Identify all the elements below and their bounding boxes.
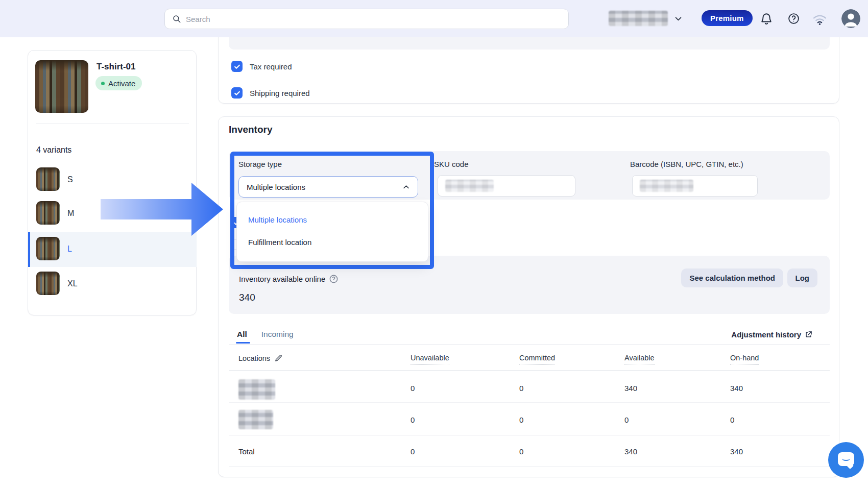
storage-type-dropdown: Multiple locations Fulfillment location [236,202,428,262]
location-name-redacted [238,379,275,400]
barcode-input[interactable] [632,175,758,197]
sidebar-divider [36,124,189,124]
col-header-onhand[interactable]: On-hand [730,354,759,362]
shipping-card: Tax required Shipping required [218,27,839,104]
col-header-committed[interactable]: Committed [519,354,555,362]
product-sidebar: T-shirt-01 Activate 4 variants S M L XL [28,50,197,315]
help-icon[interactable] [787,12,800,25]
search-input[interactable] [186,15,561,23]
col-header-available[interactable]: Available [624,354,655,362]
status-badge: Activate [95,76,142,90]
search-icon [172,14,181,23]
available-online-value: 340 [239,292,255,303]
total-row-divider [229,435,830,435]
location-name-redacted [238,410,273,429]
variants-count: 4 variants [36,145,71,155]
product-image [35,60,88,113]
wifi-icon [813,14,827,26]
col-header-locations: Locations [238,354,283,362]
store-name-redacted[interactable] [609,11,668,26]
available-online-label: Inventory available online [239,275,325,283]
inventory-tabs: All Incoming [237,330,294,344]
sku-value-redacted [445,180,494,192]
variant-thumbnail [36,167,60,191]
chat-button[interactable] [828,442,864,478]
tax-required-row: Tax required [231,61,292,72]
variant-thumbnail [36,201,60,225]
row-divider [229,402,830,403]
screen: Tax required Shipping required Inventory… [0,0,868,489]
sku-label: SKU code [434,160,469,168]
see-calculation-method-button[interactable]: See calculation method [681,268,783,287]
total-label: Total [238,447,255,456]
chat-bubble-smile-icon [838,452,854,466]
help-circle-icon[interactable] [329,274,339,284]
tabs-divider [229,344,830,345]
variant-thumbnail [36,272,60,295]
edit-pencil-icon[interactable] [274,354,283,362]
product-name: T-shirt-01 [97,62,136,72]
tab-incoming[interactable]: Incoming [261,330,294,344]
inventory-card: Inventory Storage type SKU code Barcode … [218,116,839,477]
available-online-panel: Inventory available online 340 See calcu… [229,256,830,314]
status-dot [101,82,105,85]
search-bar [164,9,569,29]
shipping-required-label: Shipping required [250,89,310,97]
external-link-icon [805,331,812,338]
storage-type-selected-value: Multiple locations [247,183,305,191]
storage-type-select[interactable]: Multiple locations [238,176,418,198]
tab-all[interactable]: All [237,330,247,344]
chevron-up-icon [402,183,410,191]
barcode-label: Barcode (ISBN, UPC, GTIN, etc.) [630,160,743,168]
shipping-required-row: Shipping required [231,87,310,99]
variant-row-m[interactable]: M [29,198,197,231]
topbar: Premium [0,0,868,37]
dropdown-option-multiple-locations[interactable]: Multiple locations [237,208,428,231]
variant-row-xl[interactable]: XL [29,268,197,302]
premium-badge[interactable]: Premium [702,10,753,26]
shipping-required-checkbox[interactable] [231,87,243,99]
sku-input[interactable] [438,175,575,197]
table-header-divider [229,370,830,371]
adjustment-history-link[interactable]: Adjustment history [731,330,812,339]
dropdown-option-fulfillment-location[interactable]: Fulfillment location [237,231,428,253]
avatar[interactable] [841,9,860,28]
variant-row-l[interactable]: L [29,232,197,267]
inventory-title: Inventory [229,124,273,135]
storage-type-label: Storage type [238,160,282,168]
log-button[interactable]: Log [787,268,818,287]
notification-bell-icon[interactable] [760,12,773,26]
tax-required-checkbox[interactable] [231,61,243,72]
table-bottom-divider [229,466,830,467]
tax-required-label: Tax required [250,62,292,71]
variant-thumbnail [36,237,60,260]
barcode-value-redacted [640,180,693,192]
col-header-unavailable[interactable]: Unavailable [411,354,449,362]
variant-row-s[interactable]: S [29,164,197,198]
chevron-down-icon[interactable] [674,14,683,23]
